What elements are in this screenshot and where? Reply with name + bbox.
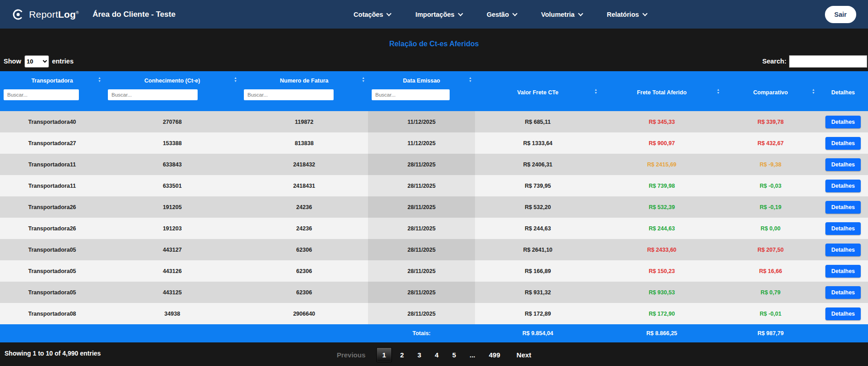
chevron-down-icon (458, 11, 463, 16)
menu-gestao[interactable]: Gestão (487, 11, 517, 18)
entries-label: entries (52, 58, 74, 65)
details-cell: Detalhes (818, 175, 868, 196)
details-button[interactable]: Detalhes (825, 180, 861, 192)
search-input[interactable] (789, 55, 867, 68)
comparative-cell: R$ -0,19 (723, 196, 818, 218)
chevron-down-icon (578, 11, 583, 16)
filter-cell-conhecimento (104, 88, 240, 111)
column-header-transportadora[interactable]: Transportadora ▲▼ (0, 71, 104, 88)
invoice-cell: 62306 (240, 282, 368, 303)
date-cell: 28/11/2025 (368, 175, 475, 196)
chevron-down-icon (642, 11, 647, 16)
filter-input-conhecimento[interactable] (108, 89, 198, 100)
freight-cell: R$ 2641,10 (475, 239, 601, 260)
sort-icon: ▲▼ (469, 76, 472, 83)
invoice-cell: 119872 (240, 111, 368, 132)
details-cell: Detalhes (818, 218, 868, 239)
invoice-cell: 2418432 (240, 154, 368, 175)
details-cell: Detalhes (818, 303, 868, 324)
page-title: Área do Cliente - Teste (92, 10, 175, 19)
filter-input-transportadora[interactable] (4, 89, 79, 100)
comparative-cell: R$ -9,38 (723, 154, 818, 175)
pagination-previous[interactable]: Previous (337, 351, 365, 358)
pagination-page-2[interactable]: 2 (395, 347, 409, 361)
freight-cell: R$ 931,32 (475, 282, 601, 303)
totals-freight: R$ 9.854,04 (475, 324, 601, 342)
pagination-next[interactable]: Next (517, 351, 532, 358)
audited-cell: R$ 345,33 (601, 111, 723, 132)
menu-relatorios[interactable]: Relatórios (607, 11, 647, 18)
freight-cell: R$ 532,20 (475, 196, 601, 218)
details-button[interactable]: Detalhes (825, 286, 861, 299)
comparative-cell: R$ 0,79 (723, 282, 818, 303)
audited-cell: R$ 2433,60 (601, 239, 723, 260)
audited-cell: R$ 2415,69 (601, 154, 723, 175)
details-button[interactable]: Detalhes (825, 265, 861, 278)
carrier-cell: Transportadora27 (0, 132, 104, 154)
details-button[interactable]: Detalhes (825, 116, 861, 128)
audited-cell: R$ 739,98 (601, 175, 723, 196)
search-label: Search: (762, 58, 786, 65)
column-header-comparativo[interactable]: Comparativo ▲▼ (723, 71, 818, 111)
freight-cell: R$ 739,95 (475, 175, 601, 196)
logout-button[interactable]: Sair (825, 6, 856, 23)
table-row: Transportadora05 443125 62306 28/11/2025… (0, 282, 868, 303)
filter-cell-numero-fatura (240, 88, 368, 111)
pagination-page-499[interactable]: 499 (484, 347, 506, 361)
table-row: Transportadora26 191205 24236 28/11/2025… (0, 196, 868, 218)
column-header-frete-aferido[interactable]: Frete Total Aferido ▲▼ (601, 71, 723, 111)
filter-cell-data-emissao (368, 88, 475, 111)
menu-cotacoes[interactable]: Cotações (354, 11, 391, 18)
pagination-page-1[interactable]: 1 (376, 347, 392, 362)
table-header: Transportadora ▲▼ Conhecimento (Ct-e) ▲▼… (0, 71, 868, 111)
sort-icon: ▲▼ (812, 88, 815, 94)
totals-audited: R$ 8.866,25 (601, 324, 723, 342)
invoice-cell: 2418431 (240, 175, 368, 196)
column-header-numero-fatura[interactable]: Numero de Fatura ▲▼ (240, 71, 368, 88)
logo-text: ReportLog® (29, 9, 79, 20)
audited-cell: R$ 244,63 (601, 218, 723, 239)
comparative-cell: R$ 16,66 (723, 260, 818, 282)
menu-volumetria[interactable]: Volumetria (541, 11, 582, 18)
details-cell: Detalhes (818, 111, 868, 132)
pagination-page-4[interactable]: 4 (429, 347, 444, 361)
column-header-conhecimento[interactable]: Conhecimento (Ct-e) ▲▼ (104, 71, 240, 88)
details-button[interactable]: Detalhes (825, 244, 861, 256)
column-header-valor-frete[interactable]: Valor Frete CTe ▲▼ (475, 71, 601, 111)
date-cell: 28/11/2025 (368, 239, 475, 260)
table-row: Transportadora05 443126 62306 28/11/2025… (0, 260, 868, 282)
freight-cell: R$ 244,63 (475, 218, 601, 239)
carrier-cell: Transportadora08 (0, 303, 104, 324)
details-cell: Detalhes (818, 282, 868, 303)
filter-input-numero-fatura[interactable] (244, 89, 334, 100)
cte-cell: 443126 (104, 260, 240, 282)
comparative-cell: R$ 432,67 (723, 132, 818, 154)
pagination-page-3[interactable]: 3 (412, 347, 427, 361)
table-body: Transportadora40 270768 119872 11/12/202… (0, 111, 868, 324)
menu-importacoes[interactable]: Importações (415, 11, 462, 18)
filter-input-data-emissao[interactable] (372, 89, 450, 100)
details-cell: Detalhes (818, 132, 868, 154)
pagination-pages: 12345...499 (376, 347, 505, 362)
column-header-data-emissao[interactable]: Data Emissao ▲▼ (368, 71, 475, 88)
carrier-cell: Transportadora05 (0, 239, 104, 260)
details-button[interactable]: Detalhes (825, 307, 861, 320)
invoice-cell: 2906640 (240, 303, 368, 324)
carrier-cell: Transportadora11 (0, 154, 104, 175)
details-cell: Detalhes (818, 260, 868, 282)
cte-table: Transportadora ▲▼ Conhecimento (Ct-e) ▲▼… (0, 71, 868, 342)
table-row: Transportadora11 633501 2418431 28/11/20… (0, 175, 868, 196)
table-totals: Totais: R$ 9.854,04 R$ 8.866,25 R$ 987,7… (0, 324, 868, 342)
details-button[interactable]: Detalhes (825, 222, 861, 235)
details-button[interactable]: Detalhes (825, 137, 861, 150)
page-length-select[interactable]: 10 (24, 55, 49, 68)
pagination-page-5[interactable]: 5 (447, 347, 461, 361)
show-label: Show (4, 58, 21, 65)
table-controls: Show 10 entries Search: (0, 54, 868, 68)
freight-cell: R$ 1333,64 (475, 132, 601, 154)
details-button[interactable]: Detalhes (825, 158, 861, 171)
details-cell: Detalhes (818, 154, 868, 175)
details-button[interactable]: Detalhes (825, 201, 861, 214)
cte-cell: 443127 (104, 239, 240, 260)
showing-entries: Showing 1 to 10 of 4,990 entries (5, 350, 101, 357)
